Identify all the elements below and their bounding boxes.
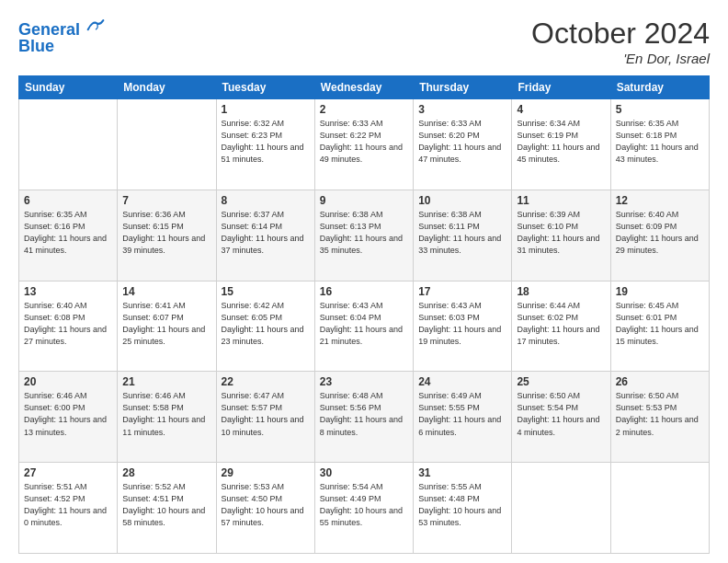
calendar-day: 30Sunrise: 5:54 AM Sunset: 4:49 PM Dayli… — [314, 463, 413, 554]
calendar-table: SundayMondayTuesdayWednesdayThursdayFrid… — [18, 75, 710, 554]
calendar-day: 9Sunrise: 6:38 AM Sunset: 6:13 PM Daylig… — [314, 190, 413, 281]
calendar-day: 26Sunrise: 6:50 AM Sunset: 5:53 PM Dayli… — [610, 372, 709, 463]
day-number: 4 — [517, 103, 605, 116]
calendar-day: 15Sunrise: 6:42 AM Sunset: 6:05 PM Dayli… — [216, 281, 314, 372]
day-number: 12 — [616, 194, 704, 207]
day-number: 29 — [222, 466, 310, 479]
day-info: Sunrise: 6:40 AM Sunset: 6:08 PM Dayligh… — [24, 300, 112, 348]
calendar-day: 16Sunrise: 6:43 AM Sunset: 6:04 PM Dayli… — [314, 281, 413, 372]
day-info: Sunrise: 6:38 AM Sunset: 6:11 PM Dayligh… — [418, 209, 506, 257]
calendar-day: 13Sunrise: 6:40 AM Sunset: 6:08 PM Dayli… — [19, 281, 118, 372]
day-info: Sunrise: 6:35 AM Sunset: 6:18 PM Dayligh… — [616, 118, 704, 166]
day-info: Sunrise: 6:48 AM Sunset: 5:56 PM Dayligh… — [320, 390, 408, 438]
calendar-day: 6Sunrise: 6:35 AM Sunset: 6:16 PM Daylig… — [19, 190, 118, 281]
day-info: Sunrise: 6:44 AM Sunset: 6:02 PM Dayligh… — [517, 300, 605, 348]
logo-bird-icon — [86, 17, 105, 35]
day-info: Sunrise: 6:42 AM Sunset: 6:05 PM Dayligh… — [222, 300, 310, 348]
calendar-empty — [512, 463, 610, 554]
day-info: Sunrise: 6:47 AM Sunset: 5:57 PM Dayligh… — [222, 390, 310, 438]
day-number: 16 — [320, 285, 408, 298]
day-info: Sunrise: 6:50 AM Sunset: 5:54 PM Dayligh… — [517, 390, 605, 438]
day-number: 26 — [616, 375, 704, 388]
month-title: October 2024 — [531, 17, 710, 51]
day-number: 1 — [222, 103, 310, 116]
calendar-day: 19Sunrise: 6:45 AM Sunset: 6:01 PM Dayli… — [610, 281, 709, 372]
day-info: Sunrise: 6:34 AM Sunset: 6:19 PM Dayligh… — [517, 118, 605, 166]
day-number: 24 — [418, 375, 506, 388]
day-number: 11 — [517, 194, 605, 207]
day-number: 30 — [320, 466, 408, 479]
calendar-empty — [19, 99, 118, 190]
day-number: 23 — [320, 375, 408, 388]
calendar-day: 28Sunrise: 5:52 AM Sunset: 4:51 PM Dayli… — [118, 463, 216, 554]
calendar-week-row: 6Sunrise: 6:35 AM Sunset: 6:16 PM Daylig… — [19, 190, 710, 281]
day-number: 14 — [122, 285, 210, 298]
calendar-day: 10Sunrise: 6:38 AM Sunset: 6:11 PM Dayli… — [414, 190, 512, 281]
day-number: 8 — [222, 194, 310, 207]
day-number: 21 — [122, 375, 210, 388]
calendar-day: 1Sunrise: 6:32 AM Sunset: 6:23 PM Daylig… — [216, 99, 314, 190]
day-number: 3 — [418, 103, 506, 116]
calendar-day: 2Sunrise: 6:33 AM Sunset: 6:22 PM Daylig… — [314, 99, 413, 190]
day-number: 6 — [24, 194, 112, 207]
calendar-empty — [118, 99, 216, 190]
location: 'En Dor, Israel — [531, 51, 710, 66]
calendar-day: 8Sunrise: 6:37 AM Sunset: 6:14 PM Daylig… — [216, 190, 314, 281]
day-number: 28 — [122, 466, 210, 479]
calendar-week-row: 27Sunrise: 5:51 AM Sunset: 4:52 PM Dayli… — [19, 463, 710, 554]
weekday-header: Friday — [512, 76, 610, 99]
weekday-header: Sunday — [19, 76, 118, 99]
day-info: Sunrise: 6:33 AM Sunset: 6:20 PM Dayligh… — [418, 118, 506, 166]
calendar-day: 22Sunrise: 6:47 AM Sunset: 5:57 PM Dayli… — [216, 372, 314, 463]
day-info: Sunrise: 5:52 AM Sunset: 4:51 PM Dayligh… — [122, 481, 210, 529]
day-number: 10 — [418, 194, 506, 207]
weekday-header: Wednesday — [314, 76, 413, 99]
day-number: 7 — [122, 194, 210, 207]
day-number: 15 — [222, 285, 310, 298]
day-info: Sunrise: 6:50 AM Sunset: 5:53 PM Dayligh… — [616, 390, 704, 438]
calendar-empty — [610, 463, 709, 554]
day-info: Sunrise: 6:49 AM Sunset: 5:55 PM Dayligh… — [418, 390, 506, 438]
calendar-day: 7Sunrise: 6:36 AM Sunset: 6:15 PM Daylig… — [118, 190, 216, 281]
day-info: Sunrise: 6:43 AM Sunset: 6:03 PM Dayligh… — [418, 300, 506, 348]
calendar-week-row: 20Sunrise: 6:46 AM Sunset: 6:00 PM Dayli… — [19, 372, 710, 463]
day-info: Sunrise: 5:51 AM Sunset: 4:52 PM Dayligh… — [24, 481, 112, 529]
day-info: Sunrise: 6:33 AM Sunset: 6:22 PM Dayligh… — [320, 118, 408, 166]
logo: General Blue — [18, 17, 105, 56]
weekday-header: Saturday — [610, 76, 709, 99]
day-info: Sunrise: 6:38 AM Sunset: 6:13 PM Dayligh… — [320, 209, 408, 257]
calendar-day: 12Sunrise: 6:40 AM Sunset: 6:09 PM Dayli… — [610, 190, 709, 281]
day-info: Sunrise: 6:40 AM Sunset: 6:09 PM Dayligh… — [616, 209, 704, 257]
weekday-header: Thursday — [414, 76, 512, 99]
day-number: 18 — [517, 285, 605, 298]
calendar-day: 25Sunrise: 6:50 AM Sunset: 5:54 PM Dayli… — [512, 372, 610, 463]
calendar-day: 21Sunrise: 6:46 AM Sunset: 5:58 PM Dayli… — [118, 372, 216, 463]
day-number: 13 — [24, 285, 112, 298]
calendar-day: 27Sunrise: 5:51 AM Sunset: 4:52 PM Dayli… — [19, 463, 118, 554]
calendar-day: 3Sunrise: 6:33 AM Sunset: 6:20 PM Daylig… — [414, 99, 512, 190]
day-number: 19 — [616, 285, 704, 298]
calendar-day: 18Sunrise: 6:44 AM Sunset: 6:02 PM Dayli… — [512, 281, 610, 372]
day-number: 17 — [418, 285, 506, 298]
day-number: 25 — [517, 375, 605, 388]
page: General Blue October 2024 'En Dor, Israe… — [0, 0, 728, 563]
day-info: Sunrise: 6:46 AM Sunset: 5:58 PM Dayligh… — [122, 390, 210, 438]
day-number: 31 — [418, 466, 506, 479]
day-number: 9 — [320, 194, 408, 207]
day-info: Sunrise: 6:43 AM Sunset: 6:04 PM Dayligh… — [320, 300, 408, 348]
day-info: Sunrise: 6:41 AM Sunset: 6:07 PM Dayligh… — [122, 300, 210, 348]
day-number: 20 — [24, 375, 112, 388]
calendar-day: 23Sunrise: 6:48 AM Sunset: 5:56 PM Dayli… — [314, 372, 413, 463]
calendar-day: 20Sunrise: 6:46 AM Sunset: 6:00 PM Dayli… — [19, 372, 118, 463]
day-number: 2 — [320, 103, 408, 116]
day-info: Sunrise: 6:32 AM Sunset: 6:23 PM Dayligh… — [222, 118, 310, 166]
calendar-day: 14Sunrise: 6:41 AM Sunset: 6:07 PM Dayli… — [118, 281, 216, 372]
day-info: Sunrise: 5:53 AM Sunset: 4:50 PM Dayligh… — [222, 481, 310, 529]
weekday-header: Monday — [118, 76, 216, 99]
title-block: October 2024 'En Dor, Israel — [531, 17, 710, 66]
day-info: Sunrise: 5:54 AM Sunset: 4:49 PM Dayligh… — [320, 481, 408, 529]
header: General Blue October 2024 'En Dor, Israe… — [18, 17, 710, 66]
day-info: Sunrise: 6:39 AM Sunset: 6:10 PM Dayligh… — [517, 209, 605, 257]
day-number: 5 — [616, 103, 704, 116]
day-info: Sunrise: 6:35 AM Sunset: 6:16 PM Dayligh… — [24, 209, 112, 257]
